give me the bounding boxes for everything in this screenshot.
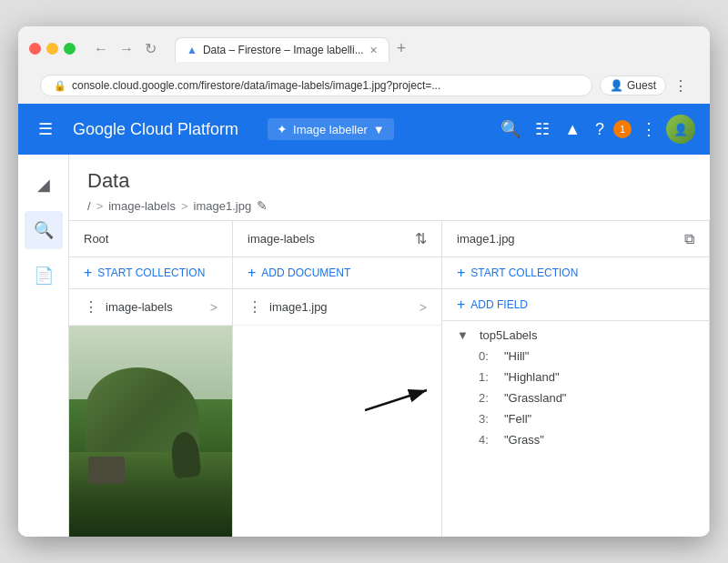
browser-chrome: ← → ↻ ▲ Data – Firestore – Image labelli… bbox=[18, 26, 710, 104]
landscape-image-area bbox=[69, 326, 232, 537]
person-icon: 👤 bbox=[610, 79, 623, 92]
entry-3-value: "Fell" bbox=[504, 412, 531, 426]
refresh-button[interactable]: ↻ bbox=[141, 38, 160, 59]
entry-4-index: 4: bbox=[479, 433, 497, 447]
entry-3: 3: "Fell" bbox=[479, 408, 694, 429]
chevron-down-icon: ▼ bbox=[373, 123, 385, 136]
start-collection-button[interactable]: + START COLLECTION bbox=[69, 257, 232, 289]
image-labels-column-title: image-labels bbox=[248, 232, 315, 246]
tab-close-button[interactable]: ✕ bbox=[369, 45, 378, 56]
arrow-svg bbox=[365, 383, 438, 419]
app-title: Google Cloud Platform bbox=[73, 120, 238, 139]
entry-1-index: 1: bbox=[479, 370, 497, 384]
copy-icon[interactable]: ⧉ bbox=[684, 231, 694, 247]
help-button[interactable]: ? bbox=[590, 115, 610, 145]
upload-button[interactable]: ▲ bbox=[559, 115, 586, 145]
array-toggle-icon[interactable]: ▼ bbox=[457, 328, 469, 342]
app-bar: ☰ Google Cloud Platform ✦ Image labeller… bbox=[18, 104, 710, 155]
start-collection-button-2[interactable]: + START COLLECTION bbox=[442, 257, 709, 289]
nav-buttons: ← → ↻ bbox=[90, 38, 160, 59]
content-area: Data / > image-labels > image1.jpg ✎ Roo… bbox=[69, 155, 710, 537]
root-item-image-labels[interactable]: ⋮ image-labels > bbox=[69, 289, 232, 326]
entry-2: 2: "Grassland" bbox=[479, 387, 694, 408]
image1-column-title: image1.jpg bbox=[457, 232, 515, 246]
add-document-label: ADD DOCUMENT bbox=[261, 266, 350, 279]
browser-controls: ← → ↻ ▲ Data – Firestore – Image labelli… bbox=[29, 35, 699, 62]
breadcrumb: / > image-labels > image1.jpg ✎ bbox=[87, 198, 692, 213]
breadcrumb-sep1: > bbox=[96, 199, 104, 213]
tab-bar: ▲ Data – Firestore – Image labelli... ✕ … bbox=[175, 35, 699, 62]
root-column: Root + START COLLECTION ⋮ image-labels > bbox=[69, 221, 233, 537]
back-button[interactable]: ← bbox=[90, 38, 112, 59]
data-grid: Root + START COLLECTION ⋮ image-labels > bbox=[69, 220, 710, 537]
sidebar-search-icon[interactable]: 🔍 bbox=[25, 211, 63, 249]
landscape-image bbox=[69, 326, 232, 537]
address-end-controls: 👤 Guest ⋮ bbox=[600, 75, 688, 96]
sidebar-docs-icon[interactable]: 📄 bbox=[25, 256, 63, 295]
array-entries: 0: "Hill" 1: "Highland" 2: "Grassland" bbox=[457, 346, 694, 450]
item-menu-icon[interactable]: ⋮ bbox=[84, 298, 98, 316]
plus-icon-4: + bbox=[457, 297, 465, 313]
top5labels-row: ▼ top5Labels bbox=[457, 325, 694, 346]
breadcrumb-image1[interactable]: image1.jpg bbox=[194, 199, 252, 213]
notification-count[interactable]: 1 bbox=[613, 120, 632, 138]
avatar[interactable]: 👤 bbox=[666, 115, 695, 144]
add-field-button[interactable]: + ADD FIELD bbox=[442, 289, 709, 321]
item-arrow-icon: > bbox=[210, 300, 217, 315]
guest-label: Guest bbox=[627, 79, 656, 92]
app-bar-icons: 🔍 ☷ ▲ ? 1 ⋮ 👤 bbox=[495, 114, 695, 145]
page-title: Data bbox=[87, 169, 692, 193]
entry-1-value: "Highland" bbox=[504, 370, 560, 384]
field-name: top5Labels bbox=[480, 328, 538, 342]
lock-icon: 🔒 bbox=[54, 80, 66, 92]
project-selector[interactable]: ✦ Image labeller ▼ bbox=[268, 118, 394, 140]
entry-1: 1: "Highland" bbox=[479, 367, 694, 387]
tab-favicon: ▲ bbox=[187, 44, 197, 56]
image-labels-column-header: image-labels ⇅ bbox=[233, 221, 441, 257]
add-document-button[interactable]: + ADD DOCUMENT bbox=[233, 257, 441, 289]
page-header: Data / > image-labels > image1.jpg ✎ bbox=[69, 155, 710, 220]
entry-2-index: 2: bbox=[479, 391, 497, 405]
hamburger-menu-button[interactable]: ☰ bbox=[33, 114, 58, 145]
guest-badge[interactable]: 👤 Guest bbox=[600, 75, 666, 96]
entry-4: 4: "Grass" bbox=[479, 429, 694, 450]
breadcrumb-root[interactable]: / bbox=[87, 199, 91, 213]
minimize-button[interactable] bbox=[46, 43, 58, 55]
add-field-label: ADD FIELD bbox=[470, 298, 528, 311]
svg-line-1 bbox=[365, 390, 427, 410]
main-layout: ◢ 🔍 📄 Data / > image-labels > image1.jpg… bbox=[18, 155, 710, 537]
maximize-button[interactable] bbox=[64, 43, 76, 55]
address-text: console.cloud.google.com/firestore/data/… bbox=[72, 79, 579, 92]
grid-button[interactable]: ☷ bbox=[530, 114, 555, 145]
entry-3-index: 3: bbox=[479, 412, 497, 426]
active-tab[interactable]: ▲ Data – Firestore – Image labelli... ✕ bbox=[175, 37, 389, 62]
start-collection-label-2: START COLLECTION bbox=[470, 266, 578, 279]
image1-column-header: image1.jpg ⧉ bbox=[442, 221, 709, 257]
root-column-title: Root bbox=[84, 232, 108, 246]
search-button[interactable]: 🔍 bbox=[495, 114, 526, 145]
breadcrumb-image-labels[interactable]: image-labels bbox=[108, 199, 176, 213]
browser-window: ← → ↻ ▲ Data – Firestore – Image labelli… bbox=[18, 26, 710, 537]
root-column-header: Root bbox=[69, 221, 232, 257]
building bbox=[88, 457, 125, 484]
image1-column: image1.jpg ⧉ + START COLLECTION + ADD FI… bbox=[442, 221, 710, 537]
breadcrumb-sep2: > bbox=[181, 199, 188, 213]
plus-icon-3: + bbox=[457, 265, 465, 281]
image1-item[interactable]: ⋮ image1.jpg > bbox=[233, 289, 441, 326]
new-tab-button[interactable]: + bbox=[389, 35, 414, 62]
forward-button[interactable]: → bbox=[116, 38, 137, 59]
plus-icon-2: + bbox=[248, 265, 256, 281]
sidebar-home-icon[interactable]: ◢ bbox=[28, 166, 59, 204]
more-options-button[interactable]: ⋮ bbox=[673, 77, 688, 95]
close-button[interactable] bbox=[29, 43, 41, 55]
edit-icon[interactable]: ✎ bbox=[257, 198, 268, 213]
item-arrow-icon-2: > bbox=[420, 300, 427, 315]
item-menu-icon-2[interactable]: ⋮ bbox=[248, 298, 262, 316]
address-bar-row: 🔒 console.cloud.google.com/firestore/dat… bbox=[29, 69, 699, 104]
entry-0-value: "Hill" bbox=[504, 349, 529, 363]
vertical-dots-button[interactable]: ⋮ bbox=[635, 114, 662, 145]
filter-icon[interactable]: ⇅ bbox=[415, 230, 427, 247]
entry-0-index: 0: bbox=[479, 349, 497, 363]
image1-item-label: image1.jpg bbox=[269, 300, 328, 314]
address-bar[interactable]: 🔒 console.cloud.google.com/firestore/dat… bbox=[40, 75, 592, 96]
